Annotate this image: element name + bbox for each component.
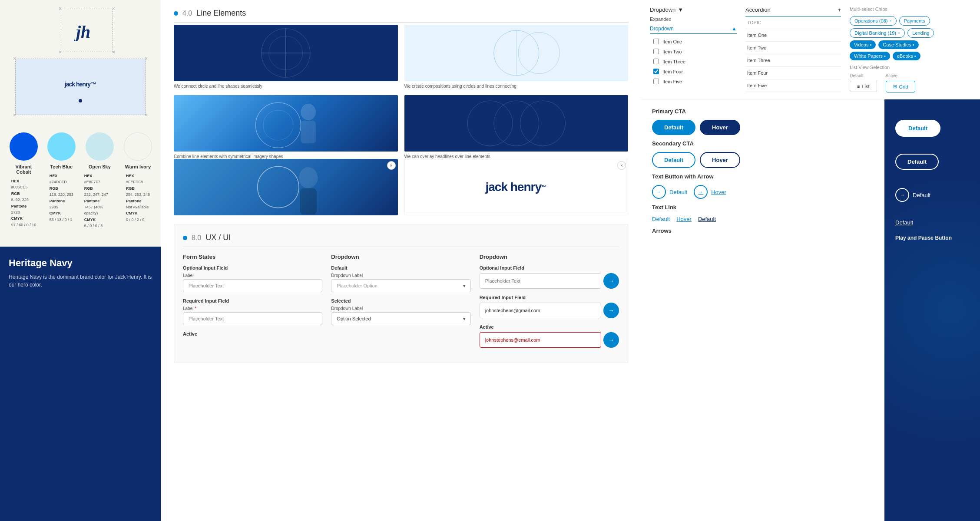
cta-section: Primary CTA Default Hover Secondary CTA … (641, 99, 980, 521)
text-btn-arrow-hover[interactable]: → Hover (694, 185, 726, 199)
close-btn-jh[interactable]: × (617, 161, 626, 170)
accordion-item-2[interactable]: Item Two (745, 42, 841, 54)
required-email-input[interactable] (480, 303, 601, 318)
accordion-item-1[interactable]: Item One (745, 29, 841, 42)
primary-cta-dark-title (895, 108, 969, 115)
optional-input[interactable] (183, 279, 322, 292)
text-btn-dark-default[interactable]: → Default (895, 188, 930, 202)
svg-point-15 (258, 166, 299, 208)
label-text: Label (183, 273, 322, 278)
dropdown-header[interactable]: Dropdown ▼ (650, 7, 737, 13)
dropdown-right-required: Required Input Field → (480, 295, 619, 318)
checkbox-item-3[interactable]: Item Three (650, 56, 737, 66)
text-btn-dark-row: → Default (895, 188, 969, 202)
section-title-line: Line Elements (196, 9, 246, 18)
accordion-header[interactable]: Accordion + (745, 7, 841, 13)
middle-panel: 4.0 Line Elements We connec (161, 0, 641, 521)
chip-white-papers[interactable]: White Papers • (850, 52, 890, 60)
checkbox-item-5[interactable]: Item Five (650, 76, 737, 86)
text-link-plain-default[interactable]: Default (698, 216, 716, 222)
active-label: Active (183, 331, 322, 336)
grid-btn-active[interactable]: ⊞ Grid (886, 81, 916, 92)
primary-dark-default-btn[interactable]: Default (895, 120, 940, 137)
optional-arrow-btn[interactable]: → (603, 273, 619, 289)
text-link-dark-default[interactable]: Default (895, 219, 913, 226)
text-link-dark-row: Default (895, 218, 969, 226)
logo-box-large: × × × × jack henry™ (15, 59, 146, 115)
secondary-hover-btn[interactable]: Hover (700, 152, 740, 168)
checkbox-item-2[interactable]: Item Two (650, 46, 737, 56)
primary-hover-btn[interactable]: Hover (700, 120, 740, 135)
secondary-default-btn[interactable]: Default (652, 152, 695, 168)
dropdown-default-select[interactable]: Placeholder Option (331, 279, 470, 292)
active-email-input[interactable] (480, 332, 601, 348)
chip-payments[interactable]: Payments (899, 16, 930, 26)
dropdown-left-column: Dropdown Default Dropdown Label Placehol… (331, 254, 470, 354)
accordion-item-5[interactable]: Item Five (745, 79, 841, 92)
accordion-list: Topic Item One Item Two Item Three Item … (745, 16, 841, 92)
ux-divider (183, 247, 619, 247)
text-link-title: Text Link (652, 204, 874, 211)
accordion-item-3[interactable]: Item Three (745, 54, 841, 67)
chip-case-studies[interactable]: Case Studies • (878, 40, 918, 49)
dropdown-selected-select[interactable]: Option Selected (331, 312, 470, 325)
svg-text:jh: jh (74, 22, 90, 41)
secondary-cta-dark-spacer (895, 142, 969, 148)
chip-operations[interactable]: Operations (08) × (850, 16, 897, 26)
line-art-svg-2 (404, 25, 629, 81)
text-link-default[interactable]: Default (652, 216, 670, 222)
line-element-caption-2: We create compositions using circles and… (404, 84, 629, 89)
checkbox-1[interactable] (653, 39, 659, 44)
colors-section: Vibrant Cobalt HEX #085CE5 RGB 8, 92, 22… (0, 124, 161, 247)
svg-point-10 (255, 102, 301, 148)
form-group-active: Active (183, 331, 322, 336)
line-art-svg-4 (404, 95, 629, 152)
required-arrow-btn[interactable]: → (603, 303, 619, 318)
form-group-optional: Optional Input Field Label (183, 265, 322, 292)
secondary-cta-dark-row: Default (895, 154, 969, 170)
chip-digital-banking[interactable]: Digital Banking (19) × (850, 28, 905, 38)
text-link-hover[interactable]: Hover (676, 216, 692, 222)
dropdown-expanded-header[interactable]: Dropdown ▲ (650, 24, 737, 34)
chips-section: Multi-select Chips Operations (08) × Pay… (850, 7, 971, 92)
line-element-1: We connect circle and line shapes seamle… (174, 25, 398, 89)
swatch-circle-warm-ivory (124, 132, 152, 161)
dropdown-default-wrapper: Placeholder Option ▼ (331, 279, 470, 292)
line-element-img-1 (174, 25, 398, 81)
required-input[interactable] (183, 312, 322, 325)
play-pause-title: Play and Pause Button (895, 235, 969, 241)
checkbox-3[interactable] (653, 59, 659, 64)
svg-point-14 (520, 101, 565, 146)
accordion-panel: Accordion + Topic Item One Item Two Item… (745, 7, 841, 92)
list-view-options: Default ≡ List Active ⊞ Grid (850, 73, 971, 92)
active-arrow-btn[interactable]: → (603, 332, 619, 348)
primary-default-btn[interactable]: Default (652, 120, 695, 135)
checkbox-5[interactable] (653, 79, 659, 84)
text-link-row: Default Hover Default (652, 216, 874, 222)
chip-lending[interactable]: Lending (907, 28, 934, 38)
form-ui-grid: Form States Optional Input Field Label R… (183, 254, 619, 354)
chip-ebooks[interactable]: eBooks • (893, 52, 920, 60)
line-element-caption-3: Combine line elements with symmetrical i… (174, 154, 398, 159)
checkbox-2[interactable] (653, 49, 659, 54)
checkbox-item-1[interactable]: Item One (650, 36, 737, 46)
text-btn-arrow-default[interactable]: → Default (652, 185, 687, 199)
text-btn-dark-spacer (895, 175, 969, 183)
accordion-topic: Topic (745, 17, 841, 29)
jack-henry-logo: jack henry™ (65, 78, 96, 96)
secondary-dark-default-btn[interactable]: Default (895, 154, 939, 170)
primary-cta-dark-row: Default (895, 120, 969, 137)
form-states-title: Form States (183, 254, 322, 260)
chip-videos[interactable]: Videos • (850, 40, 876, 49)
accordion-item-4[interactable]: Item Four (745, 67, 841, 79)
line-elements-header: 4.0 Line Elements (174, 9, 628, 18)
dropdown-right-optional: Optional Input Field → (480, 265, 619, 289)
close-btn-person[interactable]: × (387, 161, 396, 170)
list-btn-default[interactable]: ≡ List (850, 81, 877, 92)
checkbox-item-4[interactable]: Item Four (650, 66, 737, 76)
optional-text-input[interactable] (480, 273, 601, 289)
text-btn-row: → Default → Hover (652, 185, 874, 199)
section-dot (174, 11, 178, 16)
optional-input-with-btn: → (480, 273, 619, 289)
checkbox-4[interactable] (653, 69, 659, 74)
